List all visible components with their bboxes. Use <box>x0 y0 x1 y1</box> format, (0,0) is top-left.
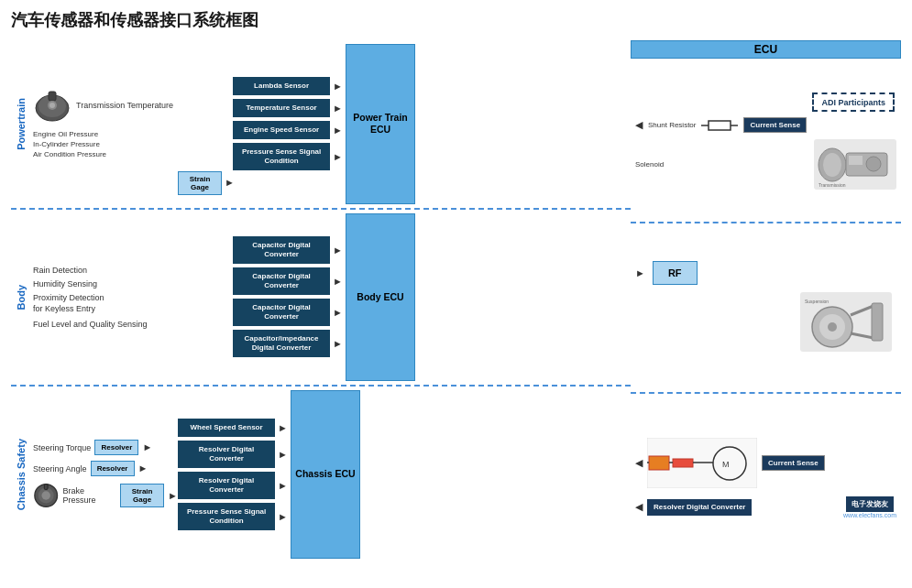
wheel-img-area: Suspension <box>800 292 892 354</box>
svg-point-7 <box>41 491 49 499</box>
transmission-temp-item: Transmission Temperature <box>33 88 178 123</box>
adi-header-area: ADI Participants <box>812 93 895 112</box>
transmission-img: Transmission <box>814 139 896 190</box>
wheel-speed-row: Wheel Speed Sensor ► <box>178 419 288 437</box>
pressure-sense-row: Pressure Sense Signal Condition ► <box>233 143 343 170</box>
ecu-header: ECU <box>631 40 901 59</box>
cap3-arrow: ► <box>333 308 343 318</box>
chassis-current-sense-box: Current Sense <box>762 455 825 471</box>
temp-arrow: ► <box>333 103 343 114</box>
body-ecu-block: Body ECU <box>346 213 415 382</box>
resolver2-arrow: ► <box>138 463 148 474</box>
powertrain-ecu-cell: Power Train ECU <box>343 40 418 208</box>
body-label: Body <box>11 210 31 386</box>
svg-text:Transmission: Transmission <box>819 182 846 188</box>
svg-rect-16 <box>849 156 863 165</box>
svg-point-4 <box>49 103 55 108</box>
resolver-dig-2-row: Resolver Digital Converter ► <box>178 472 288 499</box>
powertrain-row: Powertrain Transmission T <box>11 40 631 210</box>
rf-box: RF <box>653 261 698 285</box>
body-right: ► RF Suspens <box>631 223 901 394</box>
chassis-row: Chassis Safety Steering Torque Resolver … <box>11 387 631 562</box>
proximity-detection: Proximity Detectionfor Keyless Entry <box>33 293 233 314</box>
pressure-sense-chassis-box: Pressure Sense Signal Condition <box>178 503 275 530</box>
powertrain-sensor-img <box>33 88 71 123</box>
res-dig1-arrow: ► <box>278 450 288 460</box>
resolver-dig-1-box: Resolver Digital Converter <box>178 441 275 468</box>
chassis-right-row2: ◀ Resolver Digital Converter 电子发烧友 www.e… <box>635 496 896 518</box>
strain-gage-box: StrainGage <box>178 171 222 195</box>
powertrain-converters: Lambda Sensor ► Temperature Sensor ► Eng… <box>233 40 343 208</box>
powertrain-right-row1: ◀ Shunt Resistor Current Sense <box>635 116 896 135</box>
chassis-left-arrow: ◀ <box>635 458 643 468</box>
chassis-left-arrow2: ◀ <box>635 502 643 512</box>
shunt-resistor-text: Shunt Resistor <box>648 121 696 130</box>
chassis-right-row1: ◀ M <box>635 438 896 488</box>
humidity-sensing: Humidity Sensing <box>33 279 233 289</box>
lambda-arrow: ► <box>333 82 343 92</box>
cap-dig-3-box: Capacitor Digital Converter <box>233 299 330 326</box>
cap-imp-row: Capacitor/impedance Digital Converter ► <box>233 330 343 357</box>
pressure-sense-box: Pressure Sense Signal Condition <box>233 143 330 170</box>
resolver-box-1: Resolver <box>94 440 138 455</box>
right-panel: ECU ADI Participants ◀ Shunt Resistor <box>631 40 901 562</box>
cap-dig-1-row: Capacitor Digital Converter ► <box>233 236 343 264</box>
svg-point-22 <box>828 322 837 332</box>
cap4-arrow: ► <box>333 339 343 349</box>
strain2-arrow: ► <box>168 491 178 501</box>
pressure-arrow: ► <box>333 152 343 162</box>
page-title: 汽车传感器和传感器接口系统框图 <box>11 9 901 31</box>
logo-box: 电子发烧友 <box>846 496 894 512</box>
adi-participants-label: ADI Participants <box>821 98 885 107</box>
wheel-speed-box: Wheel Speed Sensor <box>178 419 275 437</box>
lambda-row: Lambda Sensor ► <box>233 77 343 95</box>
svg-rect-30 <box>649 456 669 470</box>
engine-oil-item: Engine Oil Pressure In-Cylinder Pressure… <box>33 130 178 159</box>
page: 汽车传感器和传感器接口系统框图 Powertrain <box>0 0 912 588</box>
engine-oil-text: Engine Oil Pressure In-Cylinder Pressure… <box>33 130 106 159</box>
resolver-dig-2-box: Resolver Digital Converter <box>178 472 275 499</box>
cap2-arrow: ► <box>333 277 343 287</box>
resolver1-arrow: ► <box>142 442 152 452</box>
solenoid-text: Solenoid <box>635 160 664 169</box>
resolver-dig-1-row: Resolver Digital Converter ► <box>178 441 288 468</box>
brake-pressure-text: Brake Pressure <box>62 486 116 505</box>
steering-torque-text: Steering Torque <box>33 443 91 452</box>
powertrain-right: ADI Participants ◀ Shunt Resistor Curren… <box>631 60 901 223</box>
engine-speed-row: Engine Speed Sensor ► <box>233 121 343 139</box>
body-row: Body Rain Detection Humidity Sensing Pro… <box>11 210 631 387</box>
cap-dig-2-box: Capacitor Digital Converter <box>233 267 330 295</box>
svg-rect-8 <box>44 485 48 490</box>
res-dig2-arrow: ► <box>278 481 288 491</box>
lambda-sensor-box: Lambda Sensor <box>233 77 330 95</box>
chassis-converters: Wheel Speed Sensor ► Resolver Digital Co… <box>178 387 288 562</box>
cap-dig-1-box: Capacitor Digital Converter <box>233 236 330 264</box>
fuel-level: Fuel Level and Quality Sensing <box>33 320 233 329</box>
temp-sensor-box: Temperature Sensor <box>233 99 330 117</box>
chassis-ecu-block: Chassis ECU <box>291 390 360 559</box>
engine-speed-arrow: ► <box>333 125 343 136</box>
cap-dig-2-row: Capacitor Digital Converter ► <box>233 267 343 295</box>
pt-left-arrow: ◀ <box>635 120 643 130</box>
body-ecu-cell: Body ECU <box>343 210 418 386</box>
transmission-temp-text: Transmission Temperature <box>76 101 173 111</box>
body-arrow-right: ► <box>635 268 645 278</box>
steering-angle-item: Steering Angle Resolver ► <box>33 461 178 476</box>
engine-speed-box: Engine Speed Sensor <box>233 121 330 139</box>
powertrain-strain-area: StrainGage ► <box>178 40 233 208</box>
pressure-sense-chassis-row: Pressure Sense Signal Condition ► <box>178 503 288 530</box>
cap-dig-3-row: Capacitor Digital Converter ► <box>233 299 343 326</box>
powertrain-right-row2: Solenoid Transmission <box>635 139 896 190</box>
body-converters: Capacitor Digital Converter ► Capacitor … <box>233 210 343 386</box>
wheel-speed-arrow: ► <box>278 423 288 433</box>
temp-sensor-row: Temperature Sensor ► <box>233 99 343 117</box>
svg-point-17 <box>866 157 881 171</box>
chassis-ecu-cell: Chassis ECU <box>288 387 363 562</box>
body-left-sensors: Rain Detection Humidity Sensing Proximit… <box>31 210 233 386</box>
powertrain-left-sensors: Transmission Temperature Engine Oil Pres… <box>31 40 178 208</box>
rain-detection: Rain Detection <box>33 266 233 275</box>
wheel-svg: Suspension <box>800 292 892 352</box>
chassis-circuit-svg: M <box>647 438 757 488</box>
resolver-digital-box: Resolver Digital Converter <box>647 499 752 516</box>
strain-gage-box-2: StrainGage <box>120 484 164 507</box>
